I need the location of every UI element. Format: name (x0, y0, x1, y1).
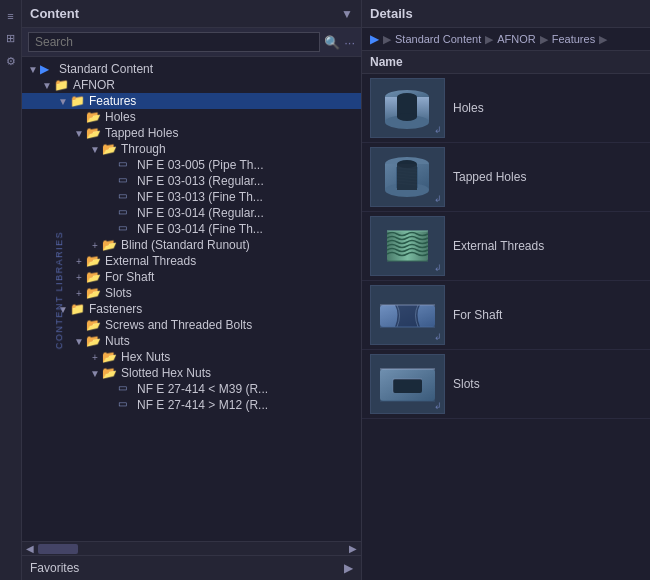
right-panel: Details ▶ ▶ Standard Content ▶ AFNOR ▶ F… (362, 0, 650, 580)
tree-item-screws[interactable]: 📂 Screws and Threaded Bolts (22, 317, 361, 333)
folder-icon-slotted-hex-nuts: 📂 (102, 366, 118, 380)
tree-item-standard-content[interactable]: ▼ ▶ Standard Content (22, 61, 361, 77)
toggle-standard-content[interactable]: ▼ (26, 64, 40, 75)
tree-label-fasteners: Fasteners (89, 302, 142, 316)
tree-label-standard-content: Standard Content (59, 62, 153, 76)
breadcrumb-afnor[interactable]: AFNOR (497, 33, 536, 45)
breadcrumb-sep-1: ▶ (485, 33, 493, 46)
tree-item-blind[interactable]: + 📂 Blind (Standard Runout) (22, 237, 361, 253)
toggle-afnor[interactable]: ▼ (40, 80, 54, 91)
tree-item-nfe27-414-m39[interactable]: ▭ NF E 27-414 < M39 (R... (22, 381, 361, 397)
folder-icon-screws: 📂 (86, 318, 102, 332)
tree-label-nfe03-014f: NF E 03-014 (Fine Th... (137, 222, 263, 236)
svg-point-5 (397, 113, 417, 121)
tree-item-nfe03-013r[interactable]: ▭ NF E 03-013 (Regular... (22, 173, 361, 189)
folder-icon-external-threads: 📂 (86, 254, 102, 268)
toggle-for-shaft[interactable]: + (72, 272, 86, 283)
tree-item-nfe03-014f[interactable]: ▭ NF E 03-014 (Fine Th... (22, 221, 361, 237)
folder-icon-holes: 📂 (86, 110, 102, 124)
tree-label-nfe03-014r: NF E 03-014 (Regular... (137, 206, 264, 220)
breadcrumb: ▶ ▶ Standard Content ▶ AFNOR ▶ Features … (362, 28, 650, 51)
toggle-slots[interactable]: + (72, 288, 86, 299)
sidebar-icon-1[interactable]: ≡ (5, 8, 15, 24)
toggle-through[interactable]: ▼ (88, 144, 102, 155)
tree-item-hex-nuts[interactable]: + 📂 Hex Nuts (22, 349, 361, 365)
toggle-fasteners[interactable]: ▼ (56, 304, 70, 315)
details-name-external-threads: External Threads (453, 239, 544, 253)
details-item-for-shaft[interactable]: ↲ For Shaft (362, 281, 650, 350)
favorites-collapse-btn[interactable]: ▶ (344, 561, 353, 575)
toggle-blind[interactable]: + (88, 240, 102, 251)
panel-header: Content ▼ (22, 0, 361, 28)
doc-icon-nfe03-014r: ▭ (118, 206, 134, 220)
tree-item-fasteners[interactable]: ▼ 📁 Fasteners (22, 301, 361, 317)
scroll-left-btn[interactable]: ◀ (24, 543, 36, 554)
scroll-thumb[interactable] (38, 544, 78, 554)
details-title: Details (370, 6, 413, 21)
tree-item-holes[interactable]: 📂 Holes (22, 109, 361, 125)
tree-item-nfe03-005[interactable]: ▭ NF E 03-005 (Pipe Th... (22, 157, 361, 173)
breadcrumb-standard-content[interactable]: Standard Content (395, 33, 481, 45)
folder-blue-icon-fasteners: 📁 (70, 302, 86, 316)
tree-label-screws: Screws and Threaded Bolts (105, 318, 252, 332)
thumb-for-shaft: ↲ (370, 285, 445, 345)
toggle-slotted-hex-nuts[interactable]: ▼ (88, 368, 102, 379)
tree-label-nuts: Nuts (105, 334, 130, 348)
toggle-nuts[interactable]: ▼ (72, 336, 86, 347)
breadcrumb-home-icon[interactable]: ▶ (370, 32, 379, 46)
search-options-btn[interactable]: ··· (344, 35, 355, 50)
toggle-tapped-holes[interactable]: ▼ (72, 128, 86, 139)
panel-title: Content (30, 6, 79, 21)
tree-label-afnor: AFNOR (73, 78, 115, 92)
sidebar-icon-3[interactable]: ⚙ (4, 53, 18, 70)
tree-item-features[interactable]: ▼ 📁 Features (22, 93, 361, 109)
left-panel: Content ▼ 🔍 ··· ▼ ▶ Standard Content ▼ 📁… (22, 0, 362, 580)
tree-container: ▼ ▶ Standard Content ▼ 📁 AFNOR ▼ 📁 Featu… (22, 57, 361, 541)
favorites-label: Favorites (30, 561, 79, 575)
tree-item-slotted-hex-nuts[interactable]: ▼ 📂 Slotted Hex Nuts (22, 365, 361, 381)
thumb-corner-slots: ↲ (434, 401, 442, 411)
col-name-label: Name (370, 55, 403, 69)
tree-item-nfe03-013f[interactable]: ▭ NF E 03-013 (Fine Th... (22, 189, 361, 205)
details-item-holes[interactable]: ↲ Holes (362, 74, 650, 143)
tree-label-nfe03-013r: NF E 03-013 (Regular... (137, 174, 264, 188)
tree-label-slots: Slots (105, 286, 132, 300)
svg-rect-26 (393, 379, 422, 393)
details-item-slots[interactable]: ↲ Slots (362, 350, 650, 419)
search-bar: 🔍 ··· (22, 28, 361, 57)
thumb-external-threads: ↲ (370, 216, 445, 276)
thumb-corner-tapped: ↲ (434, 194, 442, 204)
doc-icon-nfe03-013r: ▭ (118, 174, 134, 188)
breadcrumb-features[interactable]: Features (552, 33, 595, 45)
toggle-hex-nuts[interactable]: + (88, 352, 102, 363)
panel-dropdown-btn[interactable]: ▼ (341, 7, 353, 21)
details-item-tapped-holes[interactable]: ↲ Tapped Holes (362, 143, 650, 212)
tree-label-through: Through (121, 142, 166, 156)
scroll-right-btn[interactable]: ▶ (347, 543, 359, 554)
tree-item-nfe27-414-m12[interactable]: ▭ NF E 27-414 > M12 (R... (22, 397, 361, 413)
toggle-external-threads[interactable]: + (72, 256, 86, 267)
tree-item-nuts[interactable]: ▼ 📂 Nuts (22, 333, 361, 349)
doc-icon-nfe03-005: ▭ (118, 158, 134, 172)
tree-h-scrollbar[interactable]: ◀ ▶ (22, 541, 361, 555)
tree-item-afnor[interactable]: ▼ 📁 AFNOR (22, 77, 361, 93)
folder-icon-slots: 📂 (86, 286, 102, 300)
tree-item-slots[interactable]: + 📂 Slots (22, 285, 361, 301)
tree-item-tapped-holes[interactable]: ▼ 📂 Tapped Holes (22, 125, 361, 141)
tree-label-slotted-hex-nuts: Slotted Hex Nuts (121, 366, 211, 380)
tree-item-nfe03-014r[interactable]: ▭ NF E 03-014 (Regular... (22, 205, 361, 221)
search-input[interactable] (28, 32, 320, 52)
tree-item-for-shaft[interactable]: + 📂 For Shaft (22, 269, 361, 285)
thumb-corner-holes: ↲ (434, 125, 442, 135)
details-name-slots: Slots (453, 377, 480, 391)
favorites-bar: Favorites ▶ (22, 555, 361, 580)
scroll-track[interactable] (36, 544, 347, 554)
toggle-features[interactable]: ▼ (56, 96, 70, 107)
sidebar-icon-2[interactable]: ⊞ (4, 30, 17, 47)
tree-item-external-threads[interactable]: + 📂 External Threads (22, 253, 361, 269)
svg-rect-18 (397, 164, 417, 190)
details-item-external-threads[interactable]: ↲ External Threads (362, 212, 650, 281)
thumb-holes: ↲ (370, 78, 445, 138)
doc-icon-nfe27-414-m12: ▭ (118, 398, 134, 412)
tree-item-through[interactable]: ▼ 📂 Through (22, 141, 361, 157)
